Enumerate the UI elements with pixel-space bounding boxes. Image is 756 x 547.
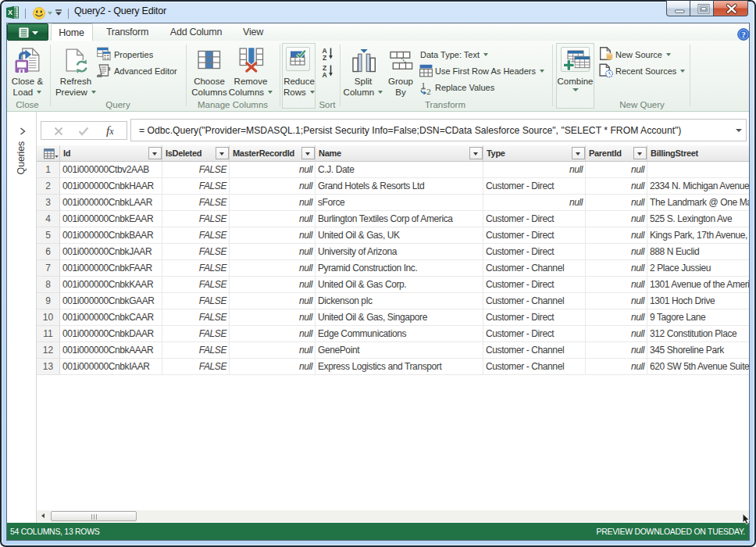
svg-text:?: ? <box>741 30 745 39</box>
svg-text:Z: Z <box>323 54 326 62</box>
svg-text:2: 2 <box>426 87 431 96</box>
svg-text:1: 1 <box>421 80 426 90</box>
svg-text:X: X <box>8 9 12 16</box>
